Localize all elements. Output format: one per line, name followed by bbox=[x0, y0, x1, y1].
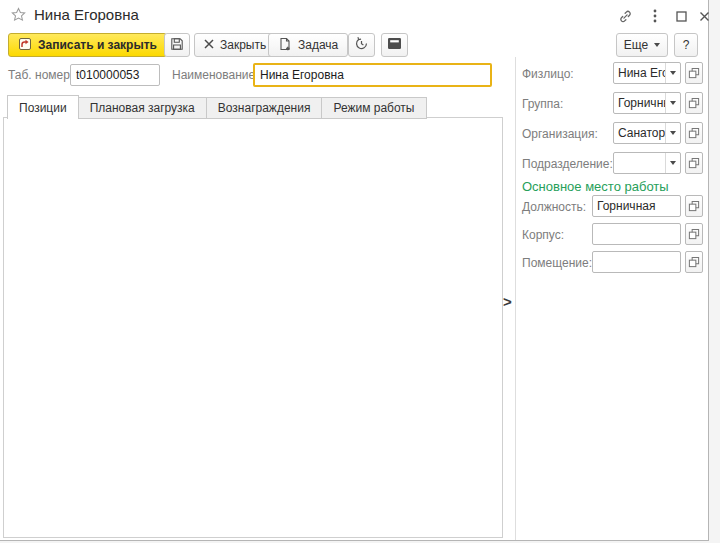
position-field[interactable]: Горничная bbox=[592, 195, 681, 217]
name-label: Наименование: bbox=[172, 68, 259, 82]
group-combo[interactable]: Горничные bbox=[613, 92, 681, 114]
chevron-down-icon[interactable] bbox=[665, 93, 680, 113]
main-workplace-title: Основное место работы bbox=[522, 179, 669, 194]
organization-label: Организация: bbox=[522, 127, 598, 141]
chevron-down-icon bbox=[654, 43, 660, 47]
room-label: Помещение: bbox=[522, 256, 592, 270]
person-combo[interactable]: Нина Егор bbox=[613, 62, 681, 84]
person-open-button[interactable] bbox=[685, 62, 703, 84]
chevron-down-icon[interactable] bbox=[665, 123, 680, 143]
tab-work-mode[interactable]: Режим работы bbox=[322, 97, 426, 119]
history-clock-icon bbox=[354, 36, 369, 54]
archive-box-icon bbox=[387, 37, 402, 53]
tab-positions[interactable]: Позиции bbox=[7, 95, 79, 119]
save-close-icon bbox=[18, 37, 32, 54]
name-input[interactable] bbox=[253, 63, 492, 87]
tab-number-label: Таб. номер: bbox=[8, 68, 73, 82]
group-label: Группа: bbox=[522, 97, 563, 111]
close-form-button[interactable]: Закрыть bbox=[194, 33, 276, 57]
task-document-icon bbox=[278, 37, 292, 54]
save-close-label: Записать и закрыть bbox=[38, 38, 157, 52]
organization-open-button[interactable] bbox=[685, 122, 703, 144]
window-title: Нина Егоровна bbox=[34, 6, 139, 23]
building-field[interactable] bbox=[592, 223, 681, 245]
close-window-icon[interactable] bbox=[695, 8, 713, 24]
chevron-down-icon[interactable] bbox=[665, 63, 680, 83]
positions-pane bbox=[3, 117, 503, 538]
panel-separator bbox=[515, 57, 516, 540]
link-icon[interactable] bbox=[616, 8, 634, 24]
task-label: Задача bbox=[298, 38, 338, 52]
save-button[interactable] bbox=[164, 33, 190, 57]
organization-combo[interactable]: Санаторий bbox=[613, 122, 681, 144]
building-label: Корпус: bbox=[522, 228, 564, 242]
tab-bar: Позиции Плановая загрузка Вознаграждения… bbox=[7, 95, 427, 119]
department-open-button[interactable] bbox=[685, 152, 703, 174]
screen: Нина Егоровна Записать и закрыть Закрыть bbox=[0, 0, 720, 543]
favorite-star-icon[interactable] bbox=[11, 7, 26, 26]
panel-collapse-chevron[interactable]: > bbox=[503, 293, 512, 310]
chevron-down-icon[interactable] bbox=[665, 153, 680, 173]
department-label: Подразделение: bbox=[522, 157, 613, 171]
close-x-icon bbox=[204, 38, 214, 52]
tab-rewards[interactable]: Вознаграждения bbox=[207, 97, 323, 119]
app-window: Нина Егоровна Записать и закрыть Закрыть bbox=[0, 0, 709, 541]
kebab-menu-icon[interactable] bbox=[646, 8, 664, 24]
position-label: Должность: bbox=[522, 200, 586, 214]
close-form-label: Закрыть bbox=[220, 38, 266, 52]
help-button[interactable]: ? bbox=[674, 33, 698, 57]
room-open-button[interactable] bbox=[685, 251, 703, 273]
more-button[interactable]: Еще bbox=[616, 33, 668, 57]
department-combo[interactable] bbox=[613, 152, 681, 174]
building-open-button[interactable] bbox=[685, 223, 703, 245]
floppy-icon bbox=[170, 37, 184, 54]
person-label: Физлицо: bbox=[522, 67, 574, 81]
help-label: ? bbox=[683, 38, 690, 52]
maximize-icon[interactable] bbox=[672, 8, 690, 24]
group-open-button[interactable] bbox=[685, 92, 703, 114]
position-open-button[interactable] bbox=[685, 195, 703, 217]
archive-box-button[interactable] bbox=[381, 33, 408, 57]
tab-number-input[interactable] bbox=[70, 64, 160, 86]
save-and-close-button[interactable]: Записать и закрыть bbox=[8, 33, 167, 57]
tab-planned-load[interactable]: Плановая загрузка bbox=[79, 97, 207, 119]
history-button[interactable] bbox=[348, 33, 375, 57]
more-label: Еще bbox=[624, 38, 648, 52]
task-button[interactable]: Задача bbox=[268, 33, 348, 57]
room-field[interactable] bbox=[592, 251, 681, 273]
